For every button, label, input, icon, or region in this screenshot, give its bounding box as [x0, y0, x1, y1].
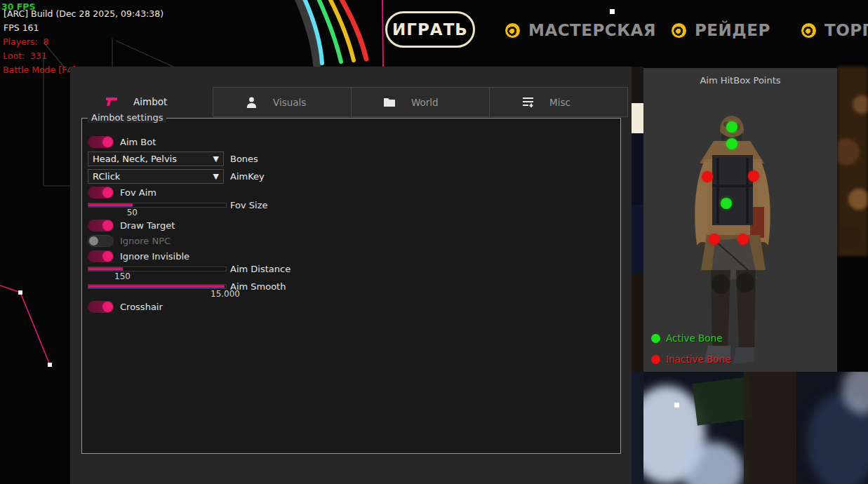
crosshair-toggle[interactable]: [88, 301, 114, 313]
tab-label: Aimbot: [133, 96, 167, 107]
nav-item-raider[interactable]: РЕЙДЕР: [672, 21, 770, 39]
legend-label: Active Bone: [666, 332, 722, 344]
aim-bot-toggle[interactable]: [88, 136, 114, 148]
hitbox-panel: Aim HitBox Points: [643, 68, 837, 372]
fov-aim-toggle[interactable]: [88, 187, 114, 199]
hud-loot-line: Loot: 331: [3, 49, 47, 63]
aim-distance-label: Aim Distance: [230, 264, 291, 274]
hud-build-line: [ARC] Build (Dec 28 2025, 09:43:38): [4, 7, 163, 21]
aimkey-dropdown-value: RClick: [88, 171, 213, 182]
neon-rainbow-sign: [298, 0, 366, 65]
folder-icon: [383, 96, 396, 109]
tab-world[interactable]: World: [351, 87, 490, 117]
group-title: Aimbot settings: [88, 112, 166, 123]
fov-size-label: Fov Size: [230, 200, 267, 210]
nav-item-workshop[interactable]: МАСТЕРСКАЯ: [505, 21, 656, 39]
esp-dot: [48, 363, 52, 367]
aim-bot-label: Aim Bot: [120, 137, 156, 147]
aim-distance-slider[interactable]: [88, 267, 227, 271]
fov-size-slider[interactable]: [88, 203, 227, 208]
aimkey-label: AimKey: [230, 171, 265, 182]
aimbot-gun-icon: [105, 95, 118, 108]
aimbot-settings-group: Aimbot settings Aim Bot Head, Neck, Pelv…: [81, 118, 621, 454]
tab-label: Misc: [549, 97, 570, 108]
esp-dot: [18, 290, 22, 295]
hitbox-point-neck[interactable]: [726, 138, 737, 149]
esp-dot: [610, 9, 615, 14]
slider-fill: [88, 203, 133, 207]
tab-misc[interactable]: Misc: [489, 87, 628, 117]
draw-target-toggle[interactable]: [88, 220, 114, 231]
hud-players-line: Players: 8: [3, 35, 49, 49]
rock-texture: [837, 67, 868, 256]
aim-smooth-label: Aim Smooth: [230, 281, 286, 292]
aim-distance-value: 150: [114, 271, 131, 281]
nav-item-label: РЕЙДЕР: [695, 21, 770, 39]
active-bone-dot-icon: [651, 334, 660, 343]
bones-dropdown-value: Head, Neck, Pelvis: [88, 154, 213, 164]
game-scene-window: [632, 372, 868, 484]
hitbox-point-left-shoulder[interactable]: [702, 171, 713, 182]
hitbox-point-right-hip[interactable]: [737, 234, 749, 245]
tab-visuals[interactable]: Visuals: [213, 87, 352, 117]
player-model: [643, 68, 837, 372]
crosshair-label: Crosshair: [120, 302, 163, 312]
play-button[interactable]: ИГРАТЬ: [385, 11, 475, 48]
legend-active-bone: Active Bone: [651, 332, 722, 344]
slider-fill: [88, 285, 225, 288]
playlist-add-icon: [521, 96, 534, 109]
chevron-down-icon: ▼: [213, 172, 223, 181]
chevron-down-icon: ▼: [213, 154, 223, 163]
hitbox-point-left-hip[interactable]: [709, 234, 720, 245]
coin-icon: [801, 23, 816, 38]
tab-label: Visuals: [273, 97, 306, 108]
hud-fps-line: FPS 161: [4, 21, 39, 35]
nav-item-trade[interactable]: ТОРГО: [801, 21, 868, 39]
hitbox-point-right-shoulder[interactable]: [748, 170, 759, 182]
fov-size-value: 50: [127, 208, 138, 217]
hitbox-point-head[interactable]: [726, 121, 737, 133]
inactive-bone-dot-icon: [651, 355, 660, 364]
ignore-invisible-label: Ignore Invisible: [120, 251, 189, 262]
ignore-npc-label: Ignore NPC: [120, 236, 171, 246]
person-icon: [245, 96, 258, 109]
draw-target-label: Draw Target: [120, 220, 175, 231]
hitbox-point-pelvis[interactable]: [721, 198, 732, 209]
slider-fill: [88, 267, 123, 271]
coin-icon: [672, 23, 686, 38]
fov-aim-label: Fov Aim: [120, 187, 156, 198]
tab-label: World: [411, 97, 439, 108]
aimkey-dropdown[interactable]: RClick ▼: [88, 169, 224, 184]
nav-item-label: МАСТЕРСКАЯ: [528, 21, 656, 39]
ignore-invisible-toggle[interactable]: [88, 250, 114, 262]
bones-dropdown[interactable]: Head, Neck, Pelvis ▼: [88, 152, 224, 166]
tab-aimbot[interactable]: Aimbot: [74, 87, 213, 116]
scene-gap-strip: [632, 67, 643, 484]
nav-item-label: ТОРГО: [824, 21, 868, 39]
legend-inactive-bone: Inactive Bone: [651, 354, 730, 365]
bones-label: Bones: [230, 154, 258, 164]
ignore-npc-toggle[interactable]: [88, 235, 114, 247]
cheat-menu-panel: Aimbot Visuals World Misc Aimbot setting…: [70, 67, 632, 484]
aim-smooth-slider[interactable]: [88, 284, 227, 289]
coin-icon: [505, 23, 520, 38]
esp-dot: [674, 403, 679, 408]
game-screen: 30 FPS [ARC] Build (Dec 28 2025, 09:43:3…: [0, 0, 868, 484]
legend-label: Inactive Bone: [666, 354, 730, 365]
